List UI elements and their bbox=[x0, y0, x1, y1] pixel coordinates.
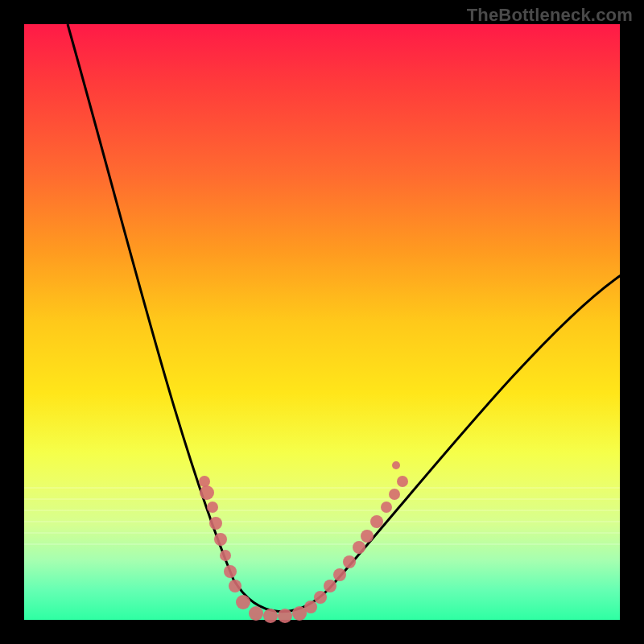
data-marker bbox=[278, 609, 292, 623]
data-marker bbox=[199, 476, 210, 487]
chart-frame: TheBottleneck.com bbox=[0, 0, 644, 644]
data-marker bbox=[263, 609, 278, 623]
chart-svg bbox=[24, 24, 620, 620]
plot-area bbox=[24, 24, 620, 620]
bottleneck-curve-path bbox=[68, 24, 623, 612]
data-marker bbox=[200, 485, 214, 500]
data-marker bbox=[304, 601, 317, 613]
data-marker bbox=[392, 461, 400, 469]
data-marker bbox=[333, 568, 346, 581]
stripes-group bbox=[24, 488, 620, 544]
data-marker bbox=[229, 580, 242, 592]
data-marker bbox=[214, 533, 227, 546]
data-marker bbox=[236, 595, 250, 609]
data-marker bbox=[397, 476, 408, 487]
data-marker bbox=[381, 502, 392, 513]
data-marker bbox=[209, 517, 222, 530]
watermark-text: TheBottleneck.com bbox=[467, 5, 633, 26]
data-marker bbox=[249, 606, 263, 621]
data-marker bbox=[224, 565, 237, 578]
curve-group bbox=[68, 24, 623, 612]
data-marker bbox=[361, 530, 374, 543]
data-marker bbox=[207, 502, 218, 513]
data-marker bbox=[324, 580, 336, 592]
markers-group bbox=[199, 461, 408, 623]
data-marker bbox=[370, 515, 383, 528]
data-marker bbox=[314, 591, 327, 604]
data-marker bbox=[389, 489, 400, 500]
data-marker bbox=[353, 541, 365, 554]
data-marker bbox=[220, 550, 231, 561]
data-marker bbox=[343, 555, 356, 568]
